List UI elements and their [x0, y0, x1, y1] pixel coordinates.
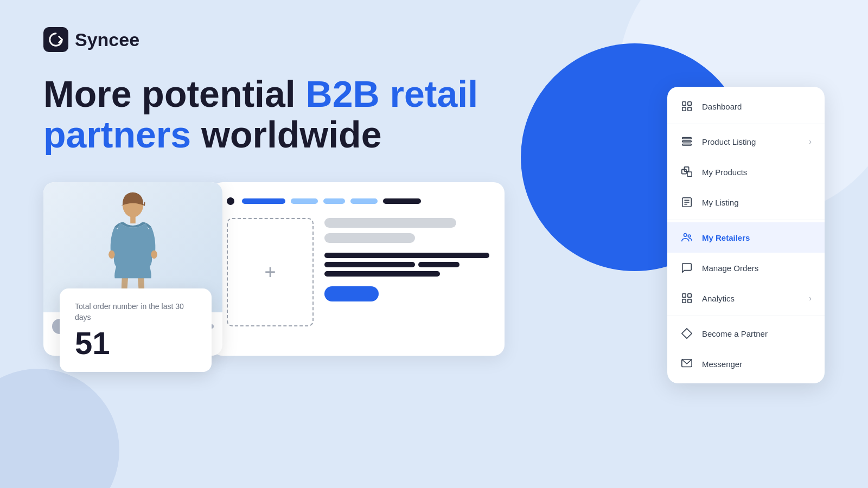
sidebar-item-messenger[interactable]: Messenger: [667, 349, 825, 379]
nav-divider-3: [667, 316, 825, 316]
sidebar-item-label-dashboard: Dashboard: [702, 102, 812, 111]
headline-part1: More potential: [43, 73, 306, 114]
messenger-icon: [680, 357, 693, 370]
header-bar-5: [383, 198, 421, 204]
text-line-1: [324, 253, 489, 258]
headline-highlight1: B2B retail: [306, 73, 478, 114]
sidebar-item-dashboard[interactable]: Dashboard: [667, 91, 825, 121]
detail-card: +: [212, 182, 505, 356]
svg-rect-7: [688, 107, 691, 111]
detail-header-lines: [242, 198, 421, 204]
detail-action-button[interactable]: [324, 286, 379, 301]
upload-box[interactable]: +: [227, 218, 314, 326]
products-icon: [680, 165, 693, 178]
svg-rect-1: [130, 216, 136, 223]
sidebar-item-become-partner[interactable]: Become a Partner: [667, 318, 825, 349]
detail-card-header: [227, 197, 489, 205]
logo-icon: [43, 27, 68, 52]
sidebar-item-analytics[interactable]: Analytics ›: [667, 283, 825, 313]
text-line-2b: [418, 262, 459, 267]
nav-divider-2: [667, 220, 825, 220]
nav-panel: Dashboard Product Listing › My Products …: [667, 87, 825, 383]
svg-rect-8: [682, 138, 692, 139]
svg-rect-10: [682, 144, 692, 145]
svg-rect-4: [682, 102, 686, 105]
svg-rect-6: [682, 107, 686, 111]
sidebar-item-label-my-listing: My Listing: [702, 198, 812, 207]
stats-label: Total order number in the last 30 days: [75, 301, 196, 323]
header-bar-4: [350, 198, 378, 204]
partner-icon: [680, 327, 693, 340]
plus-icon: +: [264, 262, 276, 282]
sidebar-item-my-retailers[interactable]: My Retailers: [667, 222, 825, 253]
sidebar-item-my-products[interactable]: My Products: [667, 157, 825, 187]
sidebar-item-label-analytics: Analytics: [702, 294, 800, 303]
chevron-icon-product-listing: ›: [809, 137, 812, 146]
detail-text-lines: [324, 253, 489, 277]
headline-part3: worldwide: [191, 114, 381, 155]
listing-icon: [680, 196, 693, 209]
sidebar-item-product-listing[interactable]: Product Listing ›: [667, 126, 825, 157]
detail-right: [324, 218, 489, 326]
bg-circle-bottom-left: [0, 369, 119, 488]
headline-highlight2: partners: [43, 114, 191, 155]
svg-rect-9: [682, 141, 692, 142]
syncee-logo-svg: [48, 31, 64, 48]
orders-icon: [680, 261, 693, 274]
logo-text: Syncee: [75, 29, 139, 50]
sidebar-item-label-product-listing: Product Listing: [702, 137, 800, 146]
text-line-3: [324, 271, 440, 277]
svg-point-2: [108, 250, 114, 258]
header-bar-1: [242, 198, 285, 204]
sidebar-item-my-listing[interactable]: My Listing: [667, 187, 825, 217]
detail-dot: [227, 197, 234, 205]
detail-card-body: +: [227, 218, 489, 326]
svg-rect-20: [682, 294, 686, 297]
analytics-icon: [680, 292, 693, 305]
chevron-icon-analytics: ›: [809, 294, 812, 303]
detail-info-2: [324, 233, 415, 243]
svg-rect-5: [688, 102, 691, 105]
sidebar-item-label-messenger: Messenger: [702, 359, 812, 369]
svg-rect-13: [687, 172, 692, 176]
stats-card: Total order number in the last 30 days 5…: [60, 288, 212, 371]
person-figure: [103, 190, 163, 304]
sidebar-item-label-become-partner: Become a Partner: [702, 329, 812, 338]
stats-number: 51: [75, 328, 196, 359]
sidebar-item-label-my-retailers: My Retailers: [702, 233, 812, 242]
sidebar-item-manage-orders[interactable]: Manage Orders: [667, 253, 825, 283]
header-bar-3: [323, 198, 345, 204]
sidebar-item-label-manage-orders: Manage Orders: [702, 264, 812, 273]
svg-rect-22: [682, 299, 686, 303]
logo-area: Syncee: [43, 27, 825, 52]
svg-point-3: [151, 250, 157, 258]
sidebar-item-label-my-products: My Products: [702, 168, 812, 177]
headline: More potential B2B retail partners world…: [43, 74, 510, 155]
svg-point-19: [688, 235, 691, 237]
retailers-icon: [680, 231, 693, 244]
svg-rect-21: [688, 294, 691, 297]
text-line-2a: [324, 262, 415, 267]
dashboard-icon: [680, 100, 693, 113]
nav-divider-1: [667, 124, 825, 124]
detail-info-1: [324, 218, 456, 228]
svg-rect-23: [688, 299, 691, 303]
list-icon: [680, 135, 693, 148]
header-bar-2: [291, 198, 318, 204]
svg-point-18: [684, 234, 687, 237]
